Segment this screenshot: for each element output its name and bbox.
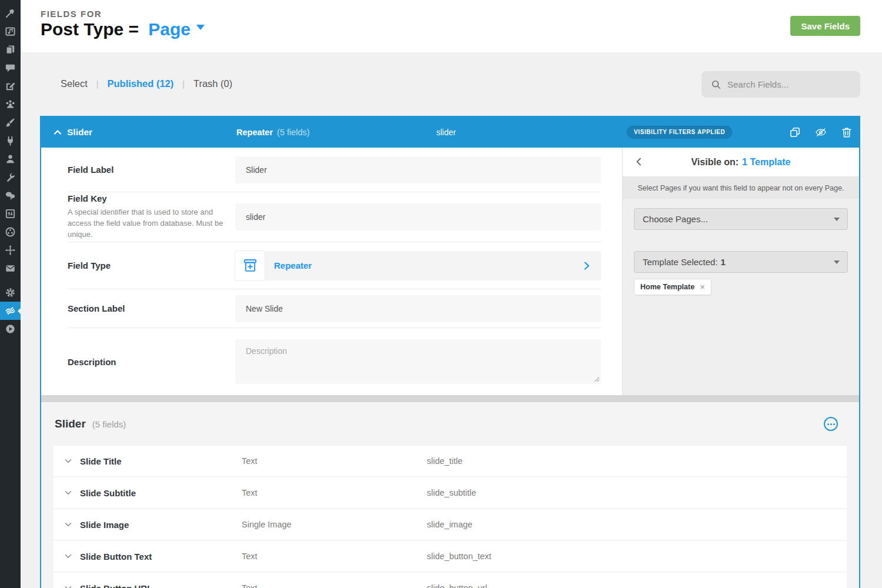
- template-selected-count: 1: [721, 257, 726, 267]
- repeater-box-icon: [235, 251, 265, 280]
- remove-template-icon[interactable]: ×: [700, 284, 705, 290]
- sidebar-item-brush[interactable]: [0, 113, 21, 132]
- field-type-label: Field Type: [68, 260, 226, 270]
- sidebar-item-sliders[interactable]: [0, 205, 21, 223]
- field-type-control[interactable]: Repeater: [235, 251, 601, 280]
- admin-sidebar: [0, 0, 21, 588]
- post-type-selector[interactable]: Page: [148, 19, 191, 39]
- page-title: Post Type = Page: [41, 19, 205, 39]
- chat-icon: [5, 190, 16, 201]
- section-label-input[interactable]: [235, 295, 601, 322]
- caret-down-icon[interactable]: [196, 25, 205, 34]
- duplicate-icon[interactable]: [789, 126, 801, 138]
- expand-chevron-icon[interactable]: [64, 457, 72, 465]
- description-row: Description: [68, 328, 601, 395]
- sidebar-item-pin[interactable]: [0, 4, 21, 22]
- subfield-type: Text: [242, 456, 427, 466]
- sidebar-item-user[interactable]: [0, 150, 21, 168]
- save-fields-button[interactable]: Save Fields: [790, 16, 860, 36]
- subfield-row[interactable]: Slide Button URLTextslide_button_url: [54, 573, 847, 588]
- field-editor-body: Field Label Field Key A special identifi…: [41, 148, 859, 395]
- move-icon: [5, 245, 16, 256]
- field-type-row: Field Type Repeater: [68, 242, 601, 289]
- sidebar-item-mail[interactable]: [0, 259, 21, 278]
- comment-icon: [5, 62, 16, 74]
- description-textarea[interactable]: [235, 339, 601, 384]
- selected-template-chip: Home Template ×: [634, 279, 711, 295]
- wrench-icon: [5, 172, 16, 183]
- edit-icon: [5, 81, 16, 92]
- chevron-right-icon[interactable]: [582, 260, 592, 271]
- sidebar-item-wrench[interactable]: [0, 168, 21, 186]
- subfield-row[interactable]: Slide Button TextTextslide_button_text: [54, 541, 847, 572]
- sidebar-item-move[interactable]: [0, 241, 21, 259]
- back-chevron-icon[interactable]: [634, 157, 644, 166]
- sidebar-item-comment[interactable]: [0, 59, 21, 77]
- field-type-value: Repeater: [274, 260, 312, 270]
- field-label-label: Field Label: [68, 165, 226, 175]
- sidebar-item-pages[interactable]: [0, 41, 21, 59]
- more-options-icon[interactable]: [824, 417, 838, 431]
- sidebar-item-edit[interactable]: [0, 77, 21, 95]
- expand-chevron-icon[interactable]: [64, 552, 72, 560]
- trash-icon[interactable]: [841, 126, 853, 138]
- subfield-row[interactable]: Slide TitleTextslide_title: [54, 446, 847, 476]
- template-selected-dropdown[interactable]: Template Selected: 1: [634, 251, 848, 273]
- search-input[interactable]: [727, 79, 851, 89]
- sidebar-item-gear[interactable]: [0, 283, 21, 302]
- subfield-key: slide_subtitle: [427, 488, 476, 497]
- field-panel-header[interactable]: Slider Repeater(5 fields) slider VISIBIL…: [41, 117, 859, 148]
- tab-select[interactable]: Select: [61, 78, 88, 89]
- tab-trash[interactable]: Trash (0): [193, 78, 232, 89]
- field-key-input[interactable]: [235, 203, 601, 230]
- subfield-row[interactable]: Slide SubtitleTextslide_subtitle: [54, 477, 847, 508]
- field-label-row: Field Label: [68, 148, 601, 192]
- top-bar: FIELDS FOR Post Type = Page Save Fields: [21, 0, 882, 52]
- subfield-key: slide_button_text: [427, 552, 492, 561]
- panel-divider: [41, 395, 859, 402]
- subfield-label: Slide Button URL: [80, 583, 242, 588]
- plug-icon: [5, 135, 16, 146]
- sidebar-item-play[interactable]: [0, 320, 21, 338]
- reel-icon: [5, 226, 16, 238]
- tab-published[interactable]: Published (12): [108, 78, 174, 89]
- subfields-header: Slider (5 fields): [54, 402, 847, 446]
- gear-icon: [5, 287, 16, 298]
- template-count-link[interactable]: 1 Template: [742, 157, 790, 168]
- sidebar-item-group[interactable]: [0, 95, 21, 113]
- sidebar-item-reel[interactable]: [0, 223, 21, 241]
- group-icon: [5, 99, 16, 110]
- field-actions: [789, 117, 853, 148]
- sidebar-item-plug[interactable]: [0, 132, 21, 150]
- field-editor-panel: Slider Repeater(5 fields) slider VISIBIL…: [40, 116, 860, 588]
- search-icon: [711, 79, 721, 90]
- sidebar-item-chat[interactable]: [0, 186, 21, 205]
- expand-chevron-icon[interactable]: [64, 584, 72, 588]
- choose-pages-dropdown[interactable]: Choose Pages...: [634, 208, 848, 230]
- subfield-label: Slide Image: [80, 520, 242, 530]
- tab-separator: |: [182, 79, 185, 89]
- field-key-label: Field Key: [68, 193, 226, 203]
- collapse-chevron-icon[interactable]: [53, 128, 62, 137]
- caret-down-icon: [834, 260, 840, 267]
- visibility-note: Select Pages if you want this field to a…: [623, 177, 859, 199]
- hide-eye-icon[interactable]: [815, 126, 827, 138]
- selected-template-name: Home Template: [640, 283, 694, 291]
- waves-icon: [5, 305, 16, 316]
- pin-icon: [5, 8, 16, 19]
- expand-chevron-icon[interactable]: [64, 489, 72, 497]
- subfields-section: Slider (5 fields) Slide TitleTextslide_t…: [41, 402, 859, 588]
- search-fields-box[interactable]: [701, 71, 860, 98]
- expand-chevron-icon[interactable]: [64, 520, 72, 529]
- tab-separator: |: [96, 79, 99, 89]
- sidebar-item-media[interactable]: [0, 22, 21, 41]
- subfield-type: Text: [242, 488, 427, 497]
- field-type-count: (5 fields): [277, 128, 310, 137]
- field-label-input[interactable]: [235, 156, 601, 183]
- sidebar-item-waves[interactable]: [0, 302, 21, 320]
- mail-icon: [5, 263, 16, 274]
- play-icon: [5, 323, 16, 335]
- heading-eyebrow: FIELDS FOR: [41, 9, 205, 19]
- subfield-row[interactable]: Slide ImageSingle Imageslide_image: [54, 509, 847, 540]
- field-type-name: Repeater: [236, 128, 273, 137]
